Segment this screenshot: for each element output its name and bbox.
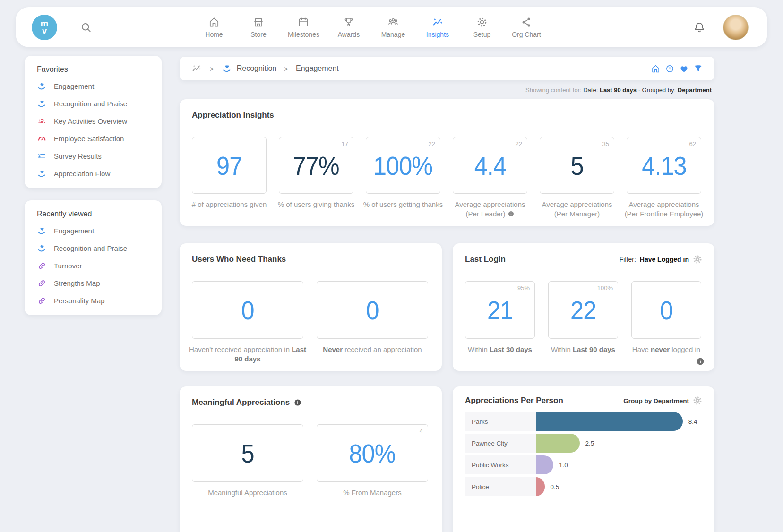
stat-tile: 62 4.13 xyxy=(627,137,701,194)
breadcrumb-engagement[interactable]: Engagement xyxy=(296,64,339,73)
funnel-icon[interactable] xyxy=(693,64,703,74)
gear-icon[interactable] xyxy=(693,396,702,405)
sidebar-item-label: Appreciation Flow xyxy=(54,170,110,178)
favorites-title: Favorites xyxy=(25,65,162,74)
stat-within-last-90-days: 100% 22 Within Last 90 days xyxy=(548,281,618,354)
stat-never-received-an-appreciation: 0 Never received an appreciation xyxy=(317,281,428,364)
nav-item-label: Awards xyxy=(338,31,360,38)
stat-meaningful-appreciations: 5 Meaningful Appreciations xyxy=(192,424,303,498)
stat-average-appreciations-per-frontline-employee: 62 4.13 Average appreciations (Per Front… xyxy=(627,137,701,219)
breadcrumb-label: Engagement xyxy=(296,64,339,73)
nav-item-org-chart[interactable]: Org Chart xyxy=(511,16,542,38)
stat-value: 22 xyxy=(570,295,596,326)
sidebar-item-recognition-and-praise[interactable]: Recognition and Praise xyxy=(25,95,162,112)
insights-sparkline-icon[interactable] xyxy=(191,63,202,74)
chart-bar xyxy=(536,477,545,496)
stat-caption: # of appreciations given xyxy=(187,200,271,209)
breadcrumb: > Recognition > Engagement xyxy=(180,57,714,80)
info-icon[interactable] xyxy=(696,357,705,366)
sidebar-item-engagement[interactable]: Engagement xyxy=(25,222,162,240)
chart-bar xyxy=(536,412,683,431)
calendar-icon xyxy=(297,16,310,28)
stat-corner-value: 35 xyxy=(602,140,609,147)
context-date-label: Date: xyxy=(583,86,598,94)
nav-item-label: Manage xyxy=(381,31,405,38)
nav-item-setup[interactable]: Setup xyxy=(467,16,497,38)
home-icon xyxy=(208,16,220,28)
sidebar-item-label: Engagement xyxy=(54,82,94,90)
stat-caption: Within Last 90 days xyxy=(542,345,625,354)
chart-value-label: 2.5 xyxy=(585,440,594,447)
meaningful-appreciations-title: Meaningful Appreciations xyxy=(192,398,290,407)
chart-bar xyxy=(536,434,580,453)
sidebar-item-engagement[interactable]: Engagement xyxy=(25,77,162,95)
nav-item-store[interactable]: Store xyxy=(243,16,274,38)
sidebar-item-recognition-and-praise[interactable]: Recognition and Praise xyxy=(25,240,162,257)
clock-icon[interactable] xyxy=(665,64,675,74)
app-logo[interactable]: m v xyxy=(32,15,57,40)
nav-item-insights[interactable]: Insights xyxy=(422,16,453,38)
stat-value: 97 xyxy=(216,150,242,181)
main-nav: Home Store Milestones Awards Manage Insi… xyxy=(199,16,542,38)
sidebar-item-label: Employee Satisfaction xyxy=(54,135,124,143)
chart-row-police: Police 0.5 xyxy=(465,477,702,496)
stat-corner-value: 17 xyxy=(342,140,348,147)
stat-tile: 0 xyxy=(192,281,303,339)
last-login-stats: 95% 21 Within Last 30 days 100% 22 Withi… xyxy=(465,281,702,354)
department-bar-chart: Parks 8.4 Pawnee City 2.5 Public Works 1… xyxy=(465,412,702,496)
stat-tile: 22 100% xyxy=(366,137,440,194)
breadcrumb-recognition[interactable]: Recognition xyxy=(222,63,277,74)
gear-icon[interactable] xyxy=(693,255,702,264)
stat-caption: Have never logged in xyxy=(625,345,708,354)
stat-have-never-logged-in: 0 Have never logged in xyxy=(631,281,701,354)
sidebar-item-label: Key Activities Overview xyxy=(54,117,127,125)
people-icon xyxy=(387,16,399,28)
filter-value: Have Logged in xyxy=(640,256,689,263)
stat-tile: 4 80% xyxy=(317,424,428,482)
users-who-need-thanks-card: Users Who Need Thanks 0 Haven't received… xyxy=(180,243,442,371)
chart-value-label: 0.5 xyxy=(551,483,559,490)
sidebar-item-survey-results[interactable]: Survey Results xyxy=(25,147,162,165)
stat-caption: Average appreciations (Per Frontline Emp… xyxy=(622,200,706,219)
meaningful-appreciations-card: Meaningful Appreciations 5 Meaningful Ap… xyxy=(180,386,442,532)
chart-value-label: 1.0 xyxy=(559,462,568,469)
nav-item-label: Setup xyxy=(473,31,491,38)
appreciation-insights-card: Appreciation Insights 97 # of appreciati… xyxy=(180,99,714,226)
stat-tile: 5 xyxy=(192,424,303,482)
context-date-value[interactable]: Last 90 days xyxy=(600,86,637,94)
stat-corner-value: 100% xyxy=(597,284,613,292)
stat-value: 77% xyxy=(293,150,339,181)
heart-icon[interactable] xyxy=(679,64,689,74)
sidebar-item-strengths-map[interactable]: Strengths Map xyxy=(25,275,162,292)
showing-content-bar: Showing content for: Date: Last 90 days … xyxy=(180,86,712,94)
group-by-label: Group by Department xyxy=(623,397,689,404)
hand-heart-icon xyxy=(37,243,47,253)
last-login-card: Last Login Filter: Have Logged in 95% 21… xyxy=(453,243,714,371)
nav-item-manage[interactable]: Manage xyxy=(378,16,408,38)
sidebar-item-key-activities-overview[interactable]: Key Activities Overview xyxy=(25,112,162,130)
info-icon[interactable] xyxy=(293,398,302,407)
user-avatar[interactable] xyxy=(723,15,749,40)
context-group-value[interactable]: Department xyxy=(678,86,712,94)
nav-item-home[interactable]: Home xyxy=(199,16,229,38)
nav-item-milestones[interactable]: Milestones xyxy=(288,16,319,38)
search-icon[interactable] xyxy=(80,21,92,34)
home-icon[interactable] xyxy=(651,64,661,74)
breadcrumb-separator: > xyxy=(284,65,288,73)
sidebar-item-label: Recognition and Praise xyxy=(54,100,127,108)
stat-tile: 35 5 xyxy=(540,137,614,194)
stat-caption: Haven't received appreciation in Last 90… xyxy=(185,345,310,364)
stat-caption: % of users getting thanks xyxy=(361,200,445,209)
breadcrumb-separator: > xyxy=(210,65,214,73)
sidebar-item-personality-map[interactable]: Personality Map xyxy=(25,292,162,309)
nav-item-label: Milestones xyxy=(288,31,319,38)
sidebar-item-employee-satisfaction[interactable]: Employee Satisfaction xyxy=(25,130,162,147)
nav-item-awards[interactable]: Awards xyxy=(334,16,364,38)
appreciations-per-person-title: Appreciations Per Person xyxy=(465,396,563,405)
sidebar-item-appreciation-flow[interactable]: Appreciation Flow xyxy=(25,165,162,182)
notifications-bell-icon[interactable] xyxy=(693,21,706,34)
stat-corner-value: 62 xyxy=(689,140,696,147)
chart-bar xyxy=(536,455,553,474)
context-group-label: Grouped by: xyxy=(642,86,676,94)
sidebar-item-turnover[interactable]: Turnover xyxy=(25,257,162,275)
